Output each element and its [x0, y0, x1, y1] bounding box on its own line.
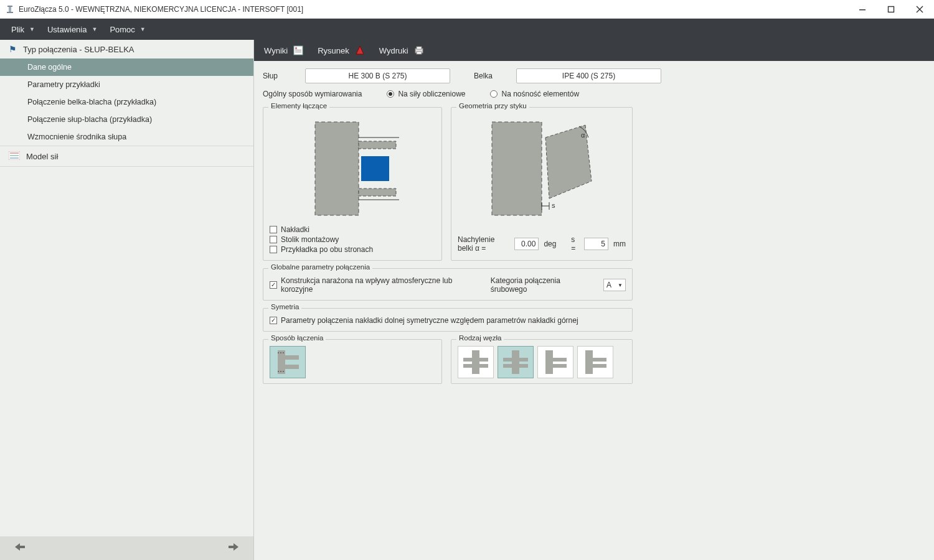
belka-profile-button[interactable]: IPE 400 (S 275): [516, 68, 661, 83]
svg-rect-25: [361, 156, 389, 181]
maximize-button[interactable]: [877, 0, 905, 19]
slup-label: Słup: [263, 72, 296, 80]
sidebar: ⚑ Typ połączenia - SŁUP-BELKA Dane ogóln…: [0, 40, 254, 560]
app-icon: [5, 4, 15, 14]
rodzaj-option-3[interactable]: [537, 346, 573, 378]
close-button[interactable]: [905, 0, 934, 19]
sidebar-item-wzmocnienie-srodnika[interactable]: Wzmocnienie środnika słupa: [0, 128, 253, 146]
s-input[interactable]: 5: [584, 238, 608, 250]
group-title: Globalne parametry połączenia: [268, 263, 372, 271]
svg-rect-13: [295, 50, 301, 50]
kategoria-select[interactable]: A▼: [603, 279, 626, 291]
radio-na-sily[interactable]: Na siły obliczeniowe: [387, 90, 465, 98]
checkbox-symetria[interactable]: ✓Parametry połączenia nakładki dolnej sy…: [270, 316, 626, 325]
group-rodzaj-wezla: Rodzaj węzła: [451, 339, 633, 384]
svg-rect-3: [859, 9, 866, 11]
svg-rect-17: [417, 47, 422, 49]
svg-rect-40: [278, 350, 285, 374]
slup-profile-button[interactable]: HE 300 B (S 275): [305, 68, 450, 83]
checkbox-nakladki[interactable]: Nakładki: [270, 225, 435, 234]
rodzaj-option-4[interactable]: [577, 346, 613, 378]
checkbox-stolik[interactable]: Stolik montażowy: [270, 235, 435, 244]
nachylenie-label: Nachylenie belki α =: [458, 235, 509, 253]
drawing-icon: [354, 45, 366, 56]
rodzaj-option-2[interactable]: [498, 346, 534, 378]
menubar: Plik▼ Ustawienia▼ Pomoc▼: [0, 19, 934, 40]
toolbar-wyniki[interactable]: Wyniki: [259, 45, 309, 56]
elements-diagram: [270, 119, 435, 222]
sposob-option-1[interactable]: [270, 346, 306, 378]
svg-rect-52: [519, 358, 528, 362]
sidebar-list: Dane ogólne Parametry przykładki Połącze…: [0, 58, 253, 146]
chevron-down-icon: ▼: [140, 26, 146, 32]
group-sposob-laczenia: Sposób łączenia: [263, 339, 442, 384]
svg-rect-1: [9, 7, 11, 12]
svg-rect-14: [295, 52, 301, 52]
svg-marker-15: [356, 46, 364, 54]
svg-rect-19: [315, 122, 359, 215]
flag-icon: ⚑: [9, 44, 17, 54]
geometry-diagram: α s: [458, 119, 626, 222]
sidebar-section-connection-type[interactable]: ⚑ Typ połączenia - SŁUP-BELKA: [0, 40, 253, 58]
svg-rect-23: [359, 189, 396, 196]
chevron-down-icon: ▼: [29, 26, 35, 32]
dimensioning-label: Ogólny sposób wymiarowania: [263, 90, 362, 98]
group-elementy-laczace: Elementy łączące: [263, 107, 442, 261]
sidebar-footer: [0, 536, 253, 560]
group-title: Symetria: [268, 303, 301, 310]
toolbar-wydruki[interactable]: Wydruki: [374, 45, 430, 56]
group-title: Sposób łączenia: [268, 334, 326, 342]
svg-rect-28: [492, 122, 542, 215]
sidebar-item-parametry-przykladki[interactable]: Parametry przykładki: [0, 76, 253, 93]
svg-rect-4: [889, 6, 894, 12]
main-panel: Wyniki Rysunek Wydruki Słup HE 300 B (S …: [254, 40, 934, 560]
menu-plik[interactable]: Plik▼: [5, 25, 41, 34]
svg-rect-21: [359, 141, 396, 149]
svg-rect-2: [7, 12, 13, 13]
model-icon: [9, 151, 20, 162]
checkbox-przykladka-obu[interactable]: Przykładka po obu stronach: [270, 245, 435, 254]
sidebar-section-title-2: Model sił: [26, 152, 58, 161]
alpha-input[interactable]: 0.00: [514, 238, 539, 250]
svg-rect-51: [503, 358, 512, 362]
window-title: EuroZłącza 5.0 - WEWNĘTRZNA, NIEKOMERCYJ…: [19, 5, 848, 14]
svg-rect-45: [472, 350, 479, 374]
menu-pomoc[interactable]: Pomoc▼: [103, 25, 151, 34]
svg-rect-55: [545, 350, 553, 374]
sidebar-section-title: Typ połączenia - SŁUP-BELKA: [23, 45, 134, 54]
sidebar-item-polaczenie-belka-blacha[interactable]: Połączenie belka-blacha (przykładka): [0, 93, 253, 111]
group-symetria: Symetria ✓Parametry połączenia nakładki …: [263, 308, 633, 332]
kategoria-label: Kategoria połączenia śrubowego: [491, 276, 598, 294]
checkbox-korozja[interactable]: ✓Konstrukcja narażona na wpływy atmosfer…: [270, 276, 486, 294]
results-icon: [293, 45, 304, 56]
svg-rect-12: [295, 47, 297, 49]
content: Słup HE 300 B (S 275) Belka IPE 400 (S 2…: [254, 61, 934, 391]
nav-next-button[interactable]: [229, 542, 240, 555]
toolbar-rysunek[interactable]: Rysunek: [313, 45, 370, 56]
svg-rect-47: [479, 358, 488, 362]
s-label: s =: [571, 235, 579, 253]
sidebar-item-polaczenie-slup-blacha[interactable]: Połączenie słup-blacha (przykładka): [0, 111, 253, 128]
belka-label: Belka: [474, 72, 507, 80]
svg-rect-48: [463, 364, 472, 368]
svg-rect-56: [553, 358, 567, 362]
svg-rect-46: [463, 358, 472, 362]
svg-rect-59: [593, 358, 606, 362]
svg-rect-53: [503, 364, 512, 368]
svg-rect-60: [593, 364, 606, 368]
menu-ustawienia[interactable]: Ustawienia▼: [41, 25, 104, 34]
sidebar-item-dane-ogolne[interactable]: Dane ogólne: [0, 58, 253, 76]
group-title: Geometria przy styku: [456, 102, 529, 110]
radio-na-nosnosc[interactable]: Na nośność elementów: [490, 90, 579, 98]
window-controls: [848, 0, 934, 19]
group-title: Elementy łączące: [268, 102, 329, 110]
minimize-button[interactable]: [848, 0, 877, 19]
group-geometria: Geometria przy styku α: [451, 107, 633, 261]
rodzaj-option-1[interactable]: [458, 346, 494, 378]
deg-unit: deg: [544, 240, 556, 248]
nav-prev-button[interactable]: [14, 542, 25, 555]
svg-text:s: s: [552, 202, 555, 209]
sidebar-section-model-sil[interactable]: Model sił: [0, 146, 253, 167]
mm-unit: mm: [613, 240, 626, 248]
svg-rect-57: [553, 364, 567, 368]
